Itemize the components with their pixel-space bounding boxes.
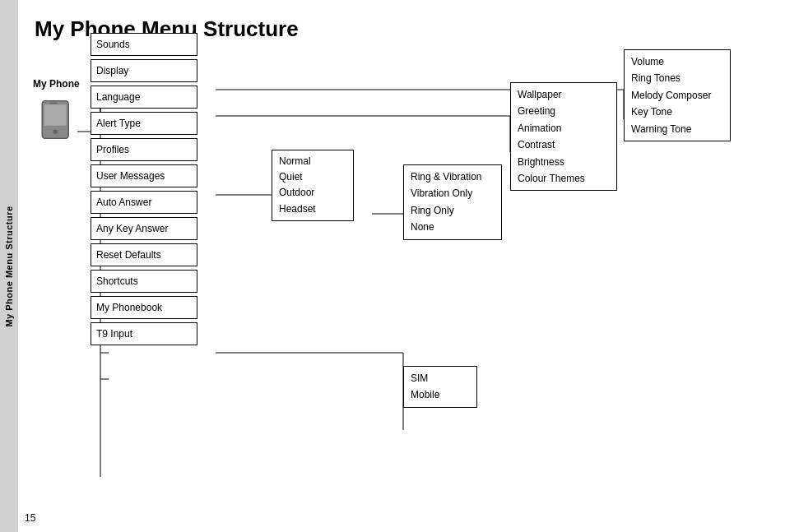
ring-options: Ring & VibrationVibration OnlyRing OnlyN… [403,164,502,240]
phonebook-options: SIMMobile [403,366,477,408]
svg-rect-1 [44,104,67,126]
col4-display: WallpaperGreetingAnimationContrastBright… [510,82,617,191]
svg-point-2 [53,129,58,134]
col-phonebook: SIMMobile [403,366,477,408]
sidebar: My Phone Menu Structure [0,0,18,532]
col1-menu: Sounds Display Language Alert Type Profi… [91,33,197,349]
menu-item-sounds: Sounds [91,33,197,56]
menu-item-auto-answer: Auto Answer [91,191,197,214]
menu-item-any-key-answer: Any Key Answer [91,217,197,240]
page-number: 15 [25,512,35,524]
col5-sounds: VolumeRing TonesMelody ComposerKey ToneW… [624,49,731,141]
sounds-options: VolumeRing TonesMelody ComposerKey ToneW… [624,49,731,141]
menu-item-language: Language [91,86,197,109]
menu-item-shortcuts: Shortcuts [91,270,197,293]
col3-ring: Ring & VibrationVibration OnlyRing OnlyN… [403,164,502,240]
menu-item-display: Display [91,59,197,82]
display-options: WallpaperGreetingAnimationContrastBright… [510,82,617,191]
my-phone-label: My Phone [33,78,80,90]
phone-svg [35,97,80,142]
svg-rect-3 [49,102,57,104]
menu-item-user-messages: User Messages [91,164,197,187]
menu-item-t9-input: T9 Input [91,322,197,345]
phone-icon [35,97,80,142]
sidebar-label: My Phone Menu Structure [4,206,14,326]
menu-item-my-phonebook: My Phonebook [91,296,197,319]
menu-item-alert-type: Alert Type [91,112,197,135]
menu-item-profiles: Profiles [91,138,197,161]
col2-profiles: NormalQuietOutdoorHeadset [272,150,354,221]
menu-item-reset-defaults: Reset Defaults [91,243,197,266]
profiles-options: NormalQuietOutdoorHeadset [272,150,354,221]
